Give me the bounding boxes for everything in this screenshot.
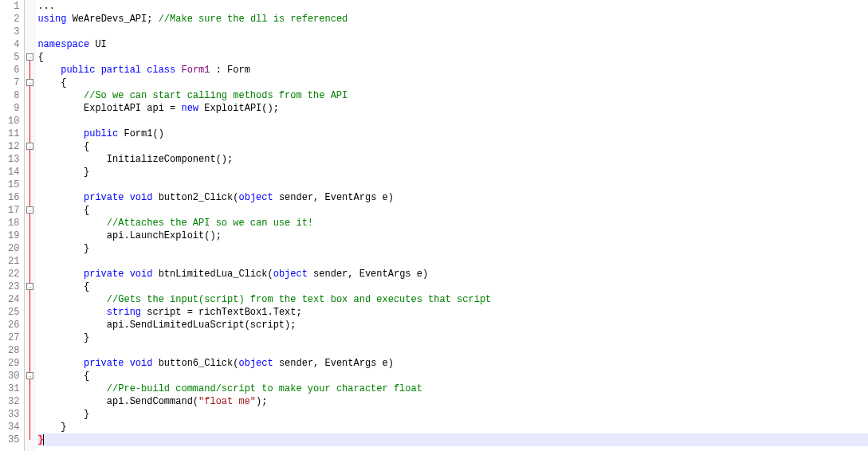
code-line[interactable]: ...: [37, 0, 868, 13]
code-line[interactable]: string script = richTextBox1.Text;: [37, 306, 868, 319]
code-line[interactable]: api.LaunchExploit();: [37, 229, 868, 242]
code-line[interactable]: [37, 255, 868, 268]
line-number: 15: [8, 178, 19, 191]
line-number: 18: [8, 217, 19, 229]
code-line[interactable]: {: [37, 76, 868, 89]
code-line[interactable]: public Form1(): [37, 127, 868, 140]
code-line[interactable]: [37, 115, 868, 127]
line-number: 3: [8, 25, 19, 38]
line-number: 27: [8, 331, 19, 344]
code-line[interactable]: }: [37, 433, 868, 446]
fold-toggle-icon[interactable]: -: [26, 143, 33, 150]
line-number: 31: [8, 382, 19, 395]
code-line[interactable]: api.SendCommand("float me");: [37, 395, 868, 408]
line-number: 33: [8, 408, 19, 421]
fold-toggle-icon[interactable]: -: [26, 372, 33, 379]
line-number: 5: [8, 51, 19, 64]
line-number: 23: [8, 280, 19, 293]
fold-guide-line: [29, 57, 30, 440]
code-line[interactable]: InitializeComponent();: [37, 153, 868, 166]
code-line[interactable]: public partial class Form1 : Form: [37, 64, 868, 76]
code-line[interactable]: {: [37, 51, 868, 64]
line-number: 24: [8, 293, 19, 306]
line-number: 11: [8, 127, 19, 140]
code-editor[interactable]: ...using WeAreDevs_API; //Make sure the …: [36, 0, 868, 451]
line-number-gutter: 1234567891011121314151617181920212223242…: [0, 0, 25, 451]
code-line[interactable]: api.SendLimitedLuaScript(script);: [37, 319, 868, 331]
code-line[interactable]: //Pre-build command/script to make your …: [37, 382, 868, 395]
code-line[interactable]: [37, 25, 868, 38]
line-number: 1: [8, 0, 19, 13]
line-number: 32: [8, 395, 19, 408]
line-number: 30: [8, 370, 19, 382]
line-number: 14: [8, 166, 19, 178]
code-line[interactable]: //So we can start calling methods from t…: [37, 89, 868, 102]
text-cursor: [43, 434, 44, 445]
line-number: 34: [8, 421, 19, 433]
code-line[interactable]: private void btnLimitedLua_Click(object …: [37, 268, 868, 280]
code-line[interactable]: using WeAreDevs_API; //Make sure the dll…: [37, 13, 868, 25]
line-number: 2: [8, 13, 19, 25]
code-line[interactable]: }: [37, 408, 868, 421]
code-line[interactable]: }: [37, 166, 868, 178]
line-number: 25: [8, 306, 19, 319]
line-number: 20: [8, 242, 19, 255]
line-number: 21: [8, 255, 19, 268]
code-line[interactable]: //Attaches the API so we can use it!: [37, 217, 868, 229]
fold-toggle-icon[interactable]: -: [26, 79, 33, 86]
code-line[interactable]: ExploitAPI api = new ExploitAPI();: [37, 102, 868, 115]
line-number: 9: [8, 102, 19, 115]
code-line[interactable]: {: [37, 280, 868, 293]
line-number: 16: [8, 191, 19, 204]
line-number: 22: [8, 268, 19, 280]
line-number: 17: [8, 204, 19, 217]
code-line[interactable]: {: [37, 204, 868, 217]
line-number: 4: [8, 38, 19, 51]
line-number: 10: [8, 115, 19, 127]
line-number: 13: [8, 153, 19, 166]
line-number: 28: [8, 344, 19, 357]
line-number: 35: [8, 433, 19, 446]
fold-toggle-icon[interactable]: -: [26, 206, 33, 214]
fold-column: ------: [25, 0, 36, 451]
code-line[interactable]: {: [37, 140, 868, 153]
line-number: 29: [8, 357, 19, 370]
code-line[interactable]: //Gets the input(script) from the text b…: [37, 293, 868, 306]
code-line[interactable]: private void button6_Click(object sender…: [37, 357, 868, 370]
line-number: 8: [8, 89, 19, 102]
fold-toggle-icon[interactable]: -: [26, 53, 33, 61]
line-number: 7: [8, 76, 19, 89]
code-line[interactable]: namespace UI: [37, 38, 868, 51]
fold-toggle-icon[interactable]: -: [26, 283, 33, 290]
line-number: 12: [8, 140, 19, 153]
line-number: 26: [8, 319, 19, 331]
code-line[interactable]: }: [37, 331, 868, 344]
code-line[interactable]: }: [37, 421, 868, 433]
code-line[interactable]: {: [37, 370, 868, 382]
line-number: 19: [8, 229, 19, 242]
code-line[interactable]: [37, 178, 868, 191]
code-line[interactable]: }: [37, 242, 868, 255]
code-line[interactable]: private void button2_Click(object sender…: [37, 191, 868, 204]
line-number: 6: [8, 64, 19, 76]
code-line[interactable]: [37, 344, 868, 357]
